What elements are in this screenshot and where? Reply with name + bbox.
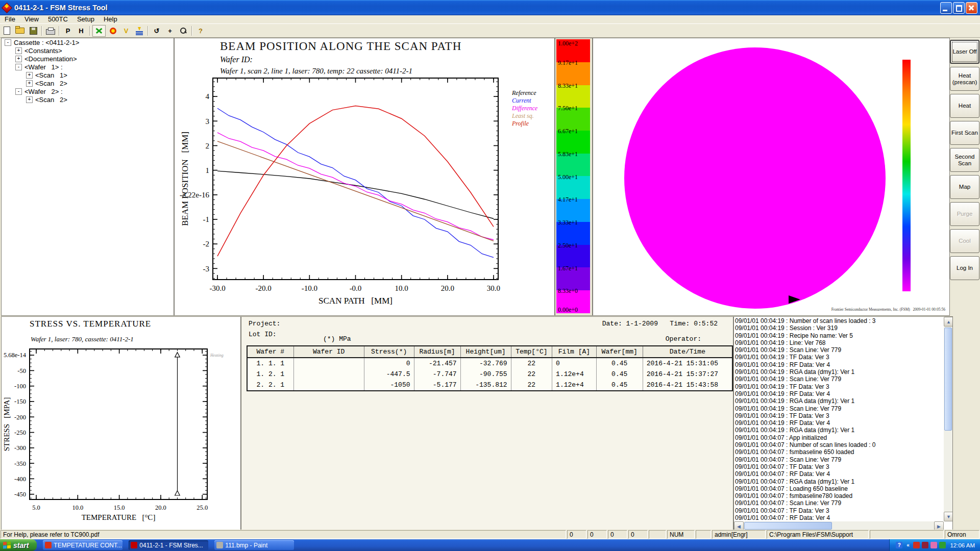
tray-status-pink-icon[interactable] <box>930 542 937 548</box>
heat-prescan--button[interactable]: Heat (prescan) <box>950 67 979 91</box>
horizontal-scroll-thumb[interactable] <box>744 522 832 530</box>
menu-500tc[interactable]: 500TC <box>43 15 72 23</box>
second-scan-button[interactable]: Second Scan <box>950 148 979 172</box>
svg-text:STRESS [MPA]: STRESS [MPA] <box>3 397 11 452</box>
tree-item-1[interactable]: +<Constants> <box>2 46 174 55</box>
collapse-icon[interactable]: - <box>15 88 22 95</box>
svg-text:-350: -350 <box>14 460 26 467</box>
wafer-map-icon[interactable] <box>107 26 119 36</box>
menu-help[interactable]: Help <box>99 15 122 23</box>
table-cell: 0.45 <box>596 369 643 380</box>
toolbar: PHV↺+? <box>0 23 980 38</box>
svg-text:-100: -100 <box>14 383 26 390</box>
restore-button[interactable] <box>953 2 965 14</box>
floppy-glyph <box>30 27 37 35</box>
tree-item-0[interactable]: -Cassette : <0411-2-1> <box>2 38 174 46</box>
table-row[interactable]: 1. 1. 10-21.457-32.7692200.452016-4-21 1… <box>247 358 732 369</box>
table-cell: 1.12e+4 <box>552 380 597 391</box>
legend-current: Current <box>512 97 537 105</box>
tray-clock: 12:06 AM <box>950 542 975 548</box>
beam-chart-legend: ReferenceCurrentDifferenceLeast sq.Profi… <box>512 89 537 128</box>
table-row[interactable]: 1. 2. 1-447.5-7.747-90.755221.12e+40.452… <box>247 369 732 380</box>
height-h-icon[interactable]: H <box>75 26 87 36</box>
color-scale-label: 7.50e+1 <box>558 105 578 112</box>
collapse-icon[interactable]: - <box>15 64 22 70</box>
tray-status-red-icon[interactable] <box>913 542 920 548</box>
expand-icon[interactable]: + <box>15 56 22 62</box>
save-icon[interactable] <box>27 26 39 36</box>
status-pane-empty <box>649 530 666 539</box>
color-scale-label: 8.33e+0 <box>558 287 578 295</box>
log-line: 09/01/01 00:04:19 : Line: Ver 768 <box>735 339 943 346</box>
svg-text:-30.0: -30.0 <box>209 284 225 292</box>
minimize-button[interactable] <box>940 2 952 14</box>
first-scan-button[interactable]: First Scan <box>950 121 979 145</box>
table-cell: -1050 <box>364 380 414 391</box>
menu-view[interactable]: View <box>20 15 43 23</box>
collapse-icon[interactable]: - <box>5 39 11 46</box>
column-header: Height[um] <box>460 346 511 358</box>
scroll-up-button[interactable]: ▲ <box>944 317 953 327</box>
scroll-down-button[interactable]: ▼ <box>944 512 953 521</box>
close-button[interactable] <box>966 2 977 14</box>
stress-temperature-panel: STRESS VS. TEMPERATURE Wafer 1, laser: 7… <box>1 316 241 531</box>
wafer-notch-arrow-icon <box>789 295 800 304</box>
log-line: 09/01/01 00:04:19 : Scan Line: Ver 779 <box>735 346 943 354</box>
task-tempetature-cont-[interactable]: TEMPETATURE CONT... <box>43 540 122 550</box>
event-log-list[interactable]: 09/01/01 00:04:19 : Number of scan lines… <box>735 317 943 521</box>
tree-item-4[interactable]: +<Scan 1> <box>2 71 174 79</box>
log-vertical-scrollbar[interactable]: ▲ ▼ <box>944 317 952 521</box>
new-file-icon[interactable] <box>1 26 13 36</box>
tray-chevron-icon[interactable]: « <box>904 542 911 548</box>
scan-plot-icon[interactable] <box>92 25 106 37</box>
expand-icon[interactable]: + <box>26 72 33 79</box>
zoom-icon[interactable] <box>177 26 189 36</box>
print-icon[interactable] <box>44 26 57 36</box>
profile-v-icon[interactable]: V <box>120 26 132 36</box>
toolbar-separator <box>148 26 149 36</box>
svg-text:20.0: 20.0 <box>441 284 454 292</box>
map-button[interactable]: Map <box>950 175 979 199</box>
log-in-button[interactable]: Log In <box>950 256 979 280</box>
table-cell <box>293 369 364 380</box>
expand-icon[interactable]: + <box>26 96 33 103</box>
rotate-icon[interactable]: ↺ <box>151 26 163 36</box>
tray-status-maroon-icon[interactable] <box>922 542 928 548</box>
table-cell: 1.12e+4 <box>552 369 597 380</box>
toolbar-separator <box>191 26 192 36</box>
vertical-scroll-thumb[interactable] <box>944 328 952 431</box>
table-row[interactable]: 2. 2. 1-1050-5.177-135.812221.12e+40.452… <box>247 380 732 391</box>
open-file-icon[interactable] <box>14 26 26 36</box>
purge-button: Purge <box>950 202 979 226</box>
task-111-bmp-paint[interactable]: 111.bmp - Paint <box>214 540 294 550</box>
heat-button[interactable]: Heat <box>950 94 979 118</box>
toolbar-separator <box>41 26 42 36</box>
status-pane-0: 0 <box>628 530 648 539</box>
tree-item-2[interactable]: +<Documentation> <box>2 55 174 63</box>
status-pane-admin-engr-: admin[Engr] <box>712 530 766 539</box>
tree-item-6[interactable]: -<Wafer 2> : <box>2 87 174 95</box>
tree-item-7[interactable]: +<Scan 2> <box>2 95 174 104</box>
menu-setup[interactable]: Setup <box>72 15 99 23</box>
tree-item-5[interactable]: +<Scan 2> <box>2 79 174 87</box>
task-0411-2-1-fsm-stres-[interactable]: 0411-2-1 - FSM Stres... <box>129 540 208 550</box>
pan-icon[interactable]: + <box>164 26 176 36</box>
start-button[interactable]: start <box>0 539 37 551</box>
import-icon[interactable] <box>133 26 145 36</box>
svg-text:Heating: Heating <box>210 353 224 358</box>
laser-off-button[interactable]: Laser Off <box>950 40 979 64</box>
log-horizontal-scrollbar[interactable]: ◀ ▶ <box>734 521 944 530</box>
tray-help-icon[interactable]: ? <box>896 542 902 548</box>
import-glyph <box>136 27 143 34</box>
menu-file[interactable]: File <box>0 15 20 23</box>
profile-p-icon[interactable]: P <box>62 26 74 36</box>
tree-item-3[interactable]: -<Wafer 1> : <box>2 63 174 71</box>
tray-safely-remove-icon[interactable] <box>939 542 946 548</box>
color-scale-label: 1.67e+1 <box>558 265 578 272</box>
expand-icon[interactable]: + <box>26 80 33 87</box>
log-line: 09/01/01 00:04:07 : Scan Line: Ver 779 <box>735 499 943 507</box>
help-icon[interactable]: ? <box>194 26 207 36</box>
expand-icon[interactable]: + <box>15 47 22 54</box>
table-cell: -5.177 <box>414 380 460 391</box>
start-label: start <box>13 541 29 549</box>
